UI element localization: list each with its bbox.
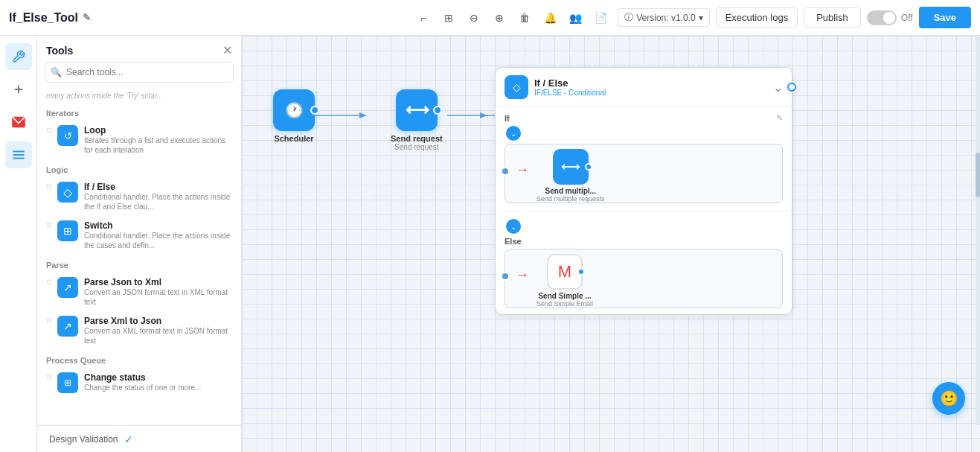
else-subnode-box[interactable]: M [547, 254, 583, 290]
validation-label: Design Validation [49, 434, 118, 445]
bell-icon[interactable]: 🔔 [539, 7, 561, 29]
if-section: If ✎ ⌄ → ⟷ Send multipl... [496, 107, 792, 211]
tool-desc-ifelse: Conditional handler. Place the actions i… [84, 192, 232, 211]
search-input[interactable] [45, 62, 234, 83]
tool-name-j2x: Parse Json to Xml [84, 277, 232, 287]
info-icon: ⓘ [624, 11, 633, 24]
send-request-sublabel: Send request [394, 143, 439, 151]
scroll-bar[interactable] [976, 36, 980, 425]
tool-name-cs: Change status [84, 372, 232, 383]
tool-xml-to-json[interactable]: ⠿ ↗ Parse Xml to Json Convert an XML for… [37, 311, 241, 350]
save-button[interactable]: Save [919, 7, 971, 28]
tool-desc-loop: Iterates through a list and executes act… [84, 136, 232, 155]
main-layout: Tools ✕ 🔍 many actions inside the 'Try' … [0, 36, 980, 452]
scheduler-label: Scheduler [274, 134, 313, 143]
version-badge[interactable]: ⓘ Version: v1.0.0 ▾ [618, 8, 709, 27]
sidebar-add-icon[interactable] [5, 76, 32, 103]
tools-search: 🔍 [45, 62, 234, 83]
else-subnode[interactable]: M Send Simple ... Send Simple Email [537, 254, 593, 308]
sidebar-mail-icon[interactable] [5, 109, 32, 136]
switch-icon: ⊞ [57, 220, 78, 241]
sidebar-tools-icon[interactable] [5, 43, 32, 70]
toggle-knob [883, 12, 895, 24]
tool-desc-x2j: Convert an XML format text in JSON forma… [84, 326, 232, 346]
scheduler-node[interactable]: 🕐 Scheduler [273, 89, 315, 143]
if-subnode-label: Send multipl... [545, 187, 596, 195]
section-iterators: Iterators [37, 103, 241, 121]
tools-header: Tools ✕ [37, 36, 241, 62]
if-chevron[interactable]: ⌄ [506, 126, 521, 141]
tool-name-switch: Switch [84, 220, 232, 231]
section-process-queue: Process Queue [37, 350, 241, 368]
drag-handle-switch: ⠿ [46, 222, 51, 230]
if-node-port-left [501, 167, 510, 176]
zoom-in-icon[interactable]: ⊕ [488, 7, 510, 29]
sidebar-icons [0, 36, 37, 452]
toggle-switch[interactable] [867, 10, 897, 25]
xml-json-icon: ↗ [57, 316, 78, 337]
chatbot-button[interactable]: 🙂 [932, 382, 965, 415]
else-subnode-sublabel: Send Simple Email [537, 300, 593, 308]
tool-change-status[interactable]: ⠿ ⊞ Change status Change the status of o… [37, 368, 241, 398]
tools-close-icon[interactable]: ✕ [222, 43, 232, 57]
send-request-port-right [433, 106, 442, 115]
tools-scroll: many actions inside the 'Try' scop... It… [37, 89, 241, 425]
grid-icon[interactable]: ⊞ [438, 7, 460, 29]
drag-handle-ifelse: ⠿ [46, 183, 51, 191]
drag-handle-x2j: ⠿ [46, 317, 51, 325]
if-subnode-icon: ⟷ [561, 159, 580, 175]
sidebar-flow-icon[interactable] [5, 141, 32, 168]
tool-json-to-xml[interactable]: ⠿ ↗ Parse Json to Xml Convert an JSON fo… [37, 273, 241, 311]
tool-name-loop: Loop [84, 125, 232, 136]
users-icon[interactable]: 👥 [564, 7, 586, 29]
canvas: 🕐 Scheduler ⟷ Send request Send request … [242, 36, 980, 452]
toggle-wrap: Off [867, 10, 913, 25]
doc-icon[interactable]: 📄 [589, 7, 612, 29]
tool-loop[interactable]: ⠿ ↺ Loop Iterates through a list and exe… [37, 121, 241, 159]
json-xml-icon: ↗ [57, 277, 78, 298]
else-section: ⌄ Else → M Send Simple ... Send Simple [496, 211, 792, 314]
execution-logs-button[interactable]: Execution logs [716, 7, 798, 28]
tool-name-ifelse: If / Else [84, 182, 232, 192]
send-request-box[interactable]: ⟷ [396, 89, 438, 131]
tool-switch[interactable]: ⠿ ⊞ Switch Conditional handler. Place th… [37, 216, 241, 255]
tool-ifelse[interactable]: ⠿ ◇ If / Else Conditional handler. Place… [37, 177, 241, 216]
ifelse-port-right [787, 83, 796, 92]
else-chevron[interactable]: ⌄ [506, 219, 521, 234]
change-status-icon: ⊞ [57, 372, 78, 393]
if-edit-icon[interactable]: ✎ [776, 113, 783, 123]
scheduler-port-right [310, 106, 319, 115]
drag-handle-cs: ⠿ [46, 374, 51, 382]
svg-marker-9 [480, 112, 487, 118]
chatbot-icon: 🙂 [940, 389, 958, 407]
if-subnode[interactable]: ⟷ Send multipl... Send multiple requests [537, 149, 605, 203]
else-red-arrow: → [516, 267, 529, 283]
delete-icon[interactable]: 🗑 [513, 7, 536, 29]
send-request-node[interactable]: ⟷ Send request Send request [391, 89, 443, 151]
else-subnode-label: Send Simple ... [538, 292, 591, 300]
tool-desc-switch: Conditional handler. Place the actions i… [84, 231, 232, 250]
zoom-out-icon[interactable]: ⊖ [463, 7, 485, 29]
publish-button[interactable]: Publish [804, 7, 861, 28]
if-subnode-port-right [585, 163, 592, 171]
else-node-port-left [501, 272, 510, 281]
scroll-note: many actions inside the 'Try' scop... [37, 89, 241, 103]
drag-handle-loop: ⠿ [46, 127, 51, 135]
flow-icon[interactable]: ⌐ [412, 7, 435, 29]
scroll-thumb [976, 153, 980, 197]
loop-icon: ↺ [57, 125, 78, 146]
scheduler-node-box[interactable]: 🕐 [273, 89, 315, 131]
if-red-arrow: → [516, 162, 529, 178]
ifelse-header: ◇ If / Else IF/ELSE - Conditional ⌄ [496, 68, 792, 107]
edit-title-icon[interactable]: ✎ [83, 12, 91, 23]
scheduler-icon: 🕐 [285, 101, 304, 119]
tool-name-x2j: Parse Xml to Json [84, 316, 232, 326]
if-subnode-box[interactable]: ⟷ [553, 149, 589, 185]
else-subnode-icon: M [558, 262, 571, 281]
validation-check-icon: ✓ [124, 433, 133, 445]
ifelse-subtitle: IF/ELSE - Conditional [534, 89, 767, 97]
search-icon: 🔍 [51, 67, 62, 77]
ifelse-header-icon: ◇ [505, 75, 528, 99]
ifelse-container: ◇ If / Else IF/ELSE - Conditional ⌄ If ✎… [495, 67, 792, 315]
ifelse-collapse-icon[interactable]: ⌄ [773, 80, 783, 95]
